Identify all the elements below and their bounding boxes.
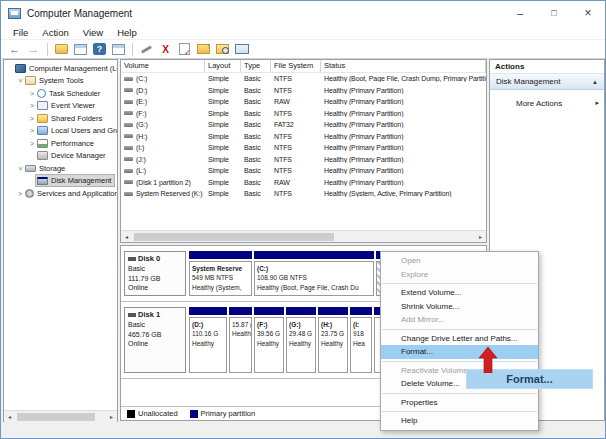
scroll-right-icon[interactable]	[475, 231, 486, 242]
task-scheduler-icon	[37, 89, 46, 98]
tree-item-shared-folders[interactable]: Shared Folders	[4, 112, 117, 125]
menu-item-format[interactable]: Format...	[381, 345, 538, 359]
help-icon[interactable]	[91, 42, 108, 57]
collapse-icon[interactable]	[17, 164, 24, 172]
expand-icon[interactable]	[28, 90, 36, 97]
forward-icon[interactable]	[25, 42, 42, 57]
column-type[interactable]: Type	[241, 60, 271, 72]
scroll-left-icon[interactable]	[4, 411, 15, 422]
console-tree-pane: Computer Management (Local System Tools …	[3, 59, 118, 423]
expand-icon[interactable]	[28, 140, 36, 147]
expand-icon[interactable]	[16, 190, 24, 197]
tree-item-performance[interactable]: Performance	[4, 137, 117, 150]
sidebar-horizontal-scrollbar[interactable]	[4, 410, 117, 422]
menu-item-change-drive-letter[interactable]: Change Drive Letter and Paths...	[381, 332, 538, 346]
primary-partition-strip	[254, 307, 284, 315]
partition-i[interactable]: (I:918Hea	[350, 307, 372, 373]
table-row[interactable]: (E:)SimpleBasicRAWHealthy (Primary Parti…	[121, 96, 486, 108]
scrollbar-thumb[interactable]	[17, 413, 95, 421]
tree-item-task-scheduler[interactable]: Task Scheduler	[4, 87, 117, 100]
scroll-right-icon[interactable]	[106, 411, 117, 422]
menu-separator	[382, 393, 537, 394]
partition-h[interactable]: (H:)23.75 GHealthy	[318, 307, 348, 373]
show-console-tree-icon[interactable]	[72, 42, 89, 57]
volume-icon	[124, 157, 133, 161]
tree-item-event-viewer[interactable]: Event Viewer	[4, 100, 117, 113]
menu-item-help[interactable]: Help	[381, 414, 538, 428]
volume-icon	[124, 169, 133, 173]
toolbar-separator	[132, 43, 133, 56]
close-icon[interactable]	[571, 1, 605, 25]
tree-item-services-applications[interactable]: Services and Applications	[4, 187, 117, 200]
expand-icon[interactable]	[28, 127, 36, 134]
table-row[interactable]: (H:)SimpleBasicNTFSHealthy (Primary Part…	[121, 131, 486, 143]
add-folder-icon[interactable]	[195, 42, 212, 57]
disk-0-label[interactable]: Disk 0 Basic 111.79 GB Online	[124, 251, 186, 296]
menu-item-properties[interactable]: Properties	[381, 396, 538, 410]
partition-f[interactable]: (F:)39.56 GHealthy	[254, 307, 284, 373]
show-action-pane-icon[interactable]	[110, 42, 127, 57]
tree-item-disk-management[interactable]: Disk Management	[4, 175, 117, 188]
table-row[interactable]: (C:)SimpleBasicNTFSHealthy (Boot, Page F…	[121, 73, 486, 85]
disk-1-label[interactable]: Disk 1 Basic 465.76 GB Online	[124, 307, 186, 373]
partition-c[interactable]: (C:)108.90 GB NTFSHealthy (Boot, Page Fi…	[254, 251, 374, 296]
column-layout[interactable]: Layout	[205, 60, 241, 72]
table-row[interactable]: (G:)SimpleBasicFAT32Healthy (Primary Par…	[121, 119, 486, 131]
scroll-left-icon[interactable]	[121, 231, 132, 242]
volume-list-horizontal-scrollbar[interactable]	[121, 230, 486, 242]
table-row[interactable]: (Disk 1 partition 2)SimpleBasicRAWHealth…	[121, 177, 486, 189]
table-row[interactable]: (L:)SimpleBasicNTFSHealthy (Primary Part…	[121, 165, 486, 177]
primary-partition-swatch	[190, 410, 198, 418]
volume-icon	[124, 88, 133, 92]
actions-group-disk-management[interactable]: Disk Management ▲	[490, 74, 604, 90]
unallocated-swatch	[127, 410, 135, 418]
table-row[interactable]: System Reserved (K:)SimpleBasicNTFSHealt…	[121, 188, 486, 200]
wrench-tool-icon[interactable]	[138, 42, 155, 57]
more-actions-item[interactable]: More Actions ▸	[490, 95, 604, 111]
title-bar: Computer Management	[1, 1, 605, 25]
tree-item-storage[interactable]: Storage	[4, 162, 117, 175]
menu-item-extend-volume[interactable]: Extend Volume...	[381, 286, 538, 300]
properties-document-icon[interactable]	[176, 42, 193, 57]
menu-action[interactable]: Action	[35, 27, 75, 38]
table-row[interactable]: (I:)SimpleBasicNTFSHealthy (Primary Part…	[121, 142, 486, 154]
menu-file[interactable]: File	[6, 27, 35, 38]
primary-partition-strip	[189, 307, 227, 315]
toolbar-separator	[47, 43, 48, 56]
expand-icon[interactable]	[28, 102, 36, 109]
volume-icon	[124, 100, 133, 104]
tree-item-device-manager[interactable]: Device Manager	[4, 150, 117, 163]
partition-e[interactable]: 15.87 (Health	[229, 307, 252, 373]
browse-folder-icon[interactable]	[214, 42, 231, 57]
tree-item-computer-management[interactable]: Computer Management (Local	[4, 62, 117, 75]
back-icon[interactable]	[6, 42, 23, 57]
menu-view[interactable]: View	[76, 27, 110, 38]
table-row[interactable]: (D:)SimpleBasicNTFSHealthy (Primary Part…	[121, 85, 486, 97]
partition-d[interactable]: (D:)110.16 GHealthy	[189, 307, 227, 373]
computer-management-window: Computer Management File Action View Hel…	[0, 0, 606, 439]
submenu-arrow-icon: ▸	[595, 99, 599, 107]
partition-g[interactable]: (G:)29.48 GHealthy	[286, 307, 316, 373]
minimize-icon[interactable]	[503, 1, 537, 25]
maximize-icon[interactable]	[537, 1, 571, 25]
export-list-icon[interactable]	[53, 42, 70, 57]
tree-item-system-tools[interactable]: System Tools	[4, 75, 117, 88]
column-status[interactable]: Status	[321, 60, 486, 72]
delete-icon[interactable]	[157, 42, 174, 57]
collapse-icon[interactable]	[17, 77, 24, 85]
menu-help[interactable]: Help	[110, 27, 144, 38]
partition-system-reserved[interactable]: System Reserve549 MB NTFSHealthy (System…	[189, 251, 252, 296]
expand-icon[interactable]	[28, 115, 36, 122]
menu-item-shrink-volume[interactable]: Shrink Volume...	[381, 300, 538, 314]
column-file-system[interactable]: File System	[271, 60, 321, 72]
scrollbar-thumb[interactable]	[134, 233, 334, 241]
table-row[interactable]: (J:)SimpleBasicNTFSHealthy (Primary Part…	[121, 154, 486, 166]
volume-list-pane: Volume Layout Type File System Status (C…	[120, 59, 487, 243]
column-volume[interactable]: Volume	[121, 60, 205, 72]
table-row[interactable]: (F:)SimpleBasicNTFSHealthy (Primary Part…	[121, 108, 486, 120]
tree-item-local-users-groups[interactable]: Local Users and Groups	[4, 125, 117, 138]
primary-partition-strip	[254, 251, 374, 259]
menu-item-add-mirror: Add Mirror...	[381, 313, 538, 327]
collapse-chevron-icon[interactable]: ▲	[592, 79, 598, 85]
display-screen-icon[interactable]	[233, 42, 250, 57]
